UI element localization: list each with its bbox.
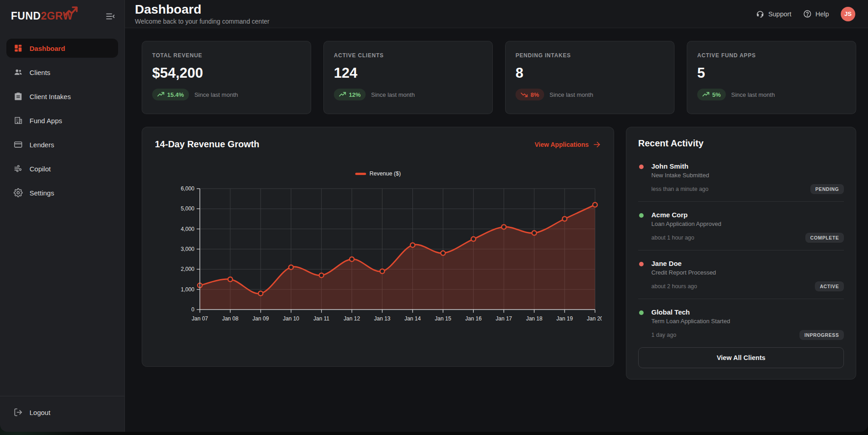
- recent-activity-panel: Recent Activity John Smith New Intake Su…: [626, 127, 856, 380]
- svg-text:Jan 07: Jan 07: [192, 315, 208, 322]
- trending-down-icon: [521, 91, 528, 98]
- credit-card-icon: [14, 140, 23, 149]
- trend-badge: 5%: [697, 89, 726, 100]
- trend-badge: 12%: [334, 89, 366, 100]
- svg-text:Jan 14: Jan 14: [404, 315, 421, 322]
- help-link[interactable]: Help: [803, 10, 829, 18]
- sidebar-footer: Logout: [0, 396, 124, 432]
- building-icon: [14, 116, 23, 125]
- trend-value: 15.4%: [167, 91, 184, 98]
- sidebar-item-dashboard[interactable]: Dashboard: [6, 39, 118, 58]
- logout-button[interactable]: Logout: [6, 403, 118, 422]
- support-link[interactable]: Support: [756, 10, 791, 18]
- arrow-right-icon: [593, 140, 601, 149]
- logo: FUND2GRW: [11, 10, 73, 22]
- stat-caption: Since last month: [371, 91, 415, 98]
- activity-item: John Smith New Intake Submitted less tha…: [638, 158, 844, 201]
- svg-text:5,000: 5,000: [181, 205, 194, 212]
- gear-icon: [14, 188, 23, 197]
- trend-value: 8%: [531, 91, 539, 98]
- sidebar-collapse-icon[interactable]: [105, 11, 115, 21]
- stat-value: 124: [334, 65, 482, 81]
- sidebar-nav: Dashboard Clients Client Intakes Fund Ap…: [0, 27, 124, 202]
- logo-arrow-icon: [64, 5, 79, 17]
- legend-label: Revenue ($): [370, 170, 401, 177]
- stat-card-active-fund-apps: ACTIVE FUND APPS 5 5% Since last month: [687, 41, 856, 114]
- status-dot: [639, 310, 644, 315]
- sidebar-item-copilot[interactable]: Copilot: [6, 159, 118, 178]
- sidebar-item-settings[interactable]: Settings: [6, 183, 118, 202]
- recent-activity-title: Recent Activity: [638, 138, 844, 149]
- activity-item: Acme Corp Loan Application Approved abou…: [638, 206, 844, 250]
- svg-text:6,000: 6,000: [181, 185, 194, 192]
- svg-text:Jan 15: Jan 15: [435, 315, 451, 322]
- sidebar: FUND2GRW Dashboard: [0, 0, 125, 432]
- stat-label: TOTAL REVENUE: [152, 52, 301, 59]
- trend-badge: 8%: [516, 89, 544, 100]
- svg-text:3,000: 3,000: [181, 246, 194, 252]
- view-applications-link[interactable]: View Applications: [535, 140, 601, 149]
- dashboard-icon: [14, 44, 23, 53]
- svg-text:Jan 19: Jan 19: [556, 315, 573, 322]
- view-all-clients-button[interactable]: View All Clients: [638, 347, 844, 368]
- trend-value: 5%: [712, 91, 721, 98]
- activity-time: about 2 hours ago: [651, 283, 697, 290]
- svg-text:Jan 09: Jan 09: [253, 315, 269, 322]
- sidebar-item-lenders[interactable]: Lenders: [6, 135, 118, 154]
- stat-label: ACTIVE CLIENTS: [334, 52, 482, 59]
- trending-up-icon: [702, 91, 709, 98]
- wind-icon: [14, 164, 23, 173]
- stat-caption: Since last month: [194, 91, 238, 98]
- sidebar-item-label: Lenders: [30, 141, 54, 149]
- status-badge: INPROGRESS: [799, 330, 844, 340]
- svg-text:0: 0: [191, 306, 194, 313]
- top-bar: Dashboard Welcome back to your funding c…: [125, 0, 868, 28]
- svg-text:Jan 11: Jan 11: [313, 315, 329, 322]
- svg-text:Jan 18: Jan 18: [526, 315, 542, 322]
- activity-description: Loan Application Approved: [651, 220, 844, 227]
- main-area: Dashboard Welcome back to your funding c…: [125, 0, 868, 432]
- svg-text:Jan 13: Jan 13: [374, 315, 391, 322]
- status-badge: COMPLETE: [805, 233, 844, 243]
- sidebar-item-label: Client Intakes: [30, 93, 71, 100]
- stat-label: ACTIVE FUND APPS: [697, 52, 846, 59]
- status-badge: PENDING: [810, 184, 844, 194]
- user-avatar[interactable]: JS: [841, 7, 855, 21]
- logout-icon: [14, 408, 23, 417]
- svg-text:Jan 17: Jan 17: [496, 315, 512, 322]
- svg-text:Jan 08: Jan 08: [222, 315, 238, 322]
- page-title: Dashboard: [135, 3, 269, 17]
- view-applications-label: View Applications: [535, 141, 589, 148]
- legend-swatch: [355, 173, 366, 175]
- clipboard-icon: [14, 92, 23, 101]
- activity-description: Term Loan Application Started: [651, 318, 844, 325]
- divider: [638, 201, 844, 202]
- stat-value: $54,200: [152, 65, 301, 81]
- trending-up-icon: [157, 91, 164, 98]
- activity-item: Jane Doe Credit Report Processed about 2…: [638, 255, 844, 299]
- help-label: Help: [815, 10, 829, 18]
- users-icon: [14, 68, 23, 77]
- svg-text:4,000: 4,000: [181, 226, 194, 232]
- sidebar-item-fund-apps[interactable]: Fund Apps: [6, 111, 118, 130]
- svg-text:Jan 20: Jan 20: [587, 315, 602, 322]
- stat-card-active-clients: ACTIVE CLIENTS 124 12% Since last month: [323, 41, 493, 114]
- divider: [638, 250, 844, 250]
- status-dot: [639, 213, 644, 218]
- logout-label: Logout: [30, 409, 50, 416]
- sidebar-item-label: Clients: [30, 69, 50, 76]
- svg-text:1,000: 1,000: [181, 286, 194, 293]
- status-dot: [639, 165, 644, 169]
- trend-value: 12%: [349, 91, 361, 98]
- trend-badge: 15.4%: [152, 89, 189, 100]
- page-subtitle: Welcome back to your funding command cen…: [135, 18, 269, 25]
- sidebar-item-client-intakes[interactable]: Client Intakes: [6, 87, 118, 106]
- logo-text-fund: FUND: [11, 10, 41, 22]
- activity-name: Jane Doe: [651, 260, 844, 267]
- chart-title: 14-Day Revenue Growth: [155, 139, 259, 150]
- chart-legend: Revenue ($): [155, 170, 601, 177]
- activity-name: Acme Corp: [651, 211, 844, 219]
- activity-description: New Intake Submitted: [651, 172, 844, 179]
- sidebar-item-clients[interactable]: Clients: [6, 63, 118, 82]
- stat-caption: Since last month: [731, 91, 775, 98]
